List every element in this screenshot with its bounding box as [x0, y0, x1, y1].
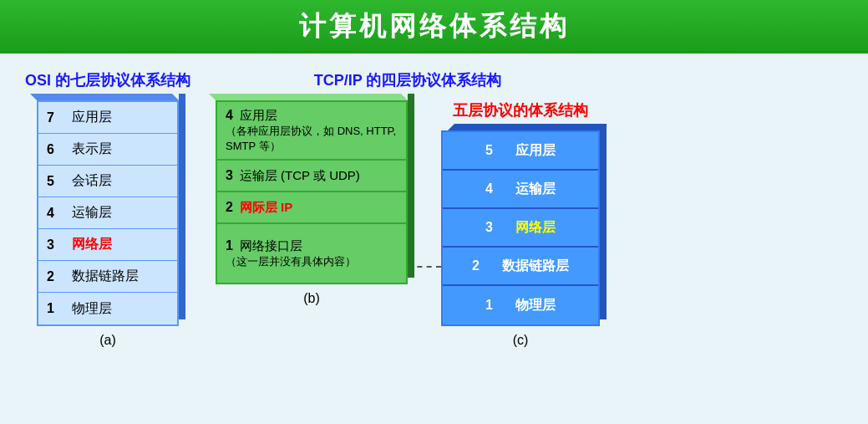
- tcpip-layer-sublabel: （这一层并没有具体内容）: [226, 254, 356, 269]
- osi-layer-label: 运输层: [72, 204, 112, 222]
- fivelayer-diagram: 5应用层4运输层3网络层2数据链路层1物理层: [441, 130, 600, 326]
- five-layer-num: 3: [485, 220, 502, 235]
- five-layer-row: 5应用层: [443, 132, 598, 171]
- five-layer-row: 1物理层: [443, 286, 598, 324]
- tcpip-3d-right-face: [408, 94, 414, 278]
- osi-layer-num: 1: [47, 301, 63, 316]
- five-layer-row: 4运输层: [443, 171, 598, 209]
- tcpip-title: TCP/IP 的四层协议体系结构: [314, 70, 502, 90]
- osi-title: OSI 的七层协议体系结构: [25, 70, 190, 90]
- tcpip-layer-label: 应用层: [240, 108, 277, 124]
- tcpip-layer-num: 1: [226, 238, 233, 253]
- fivelayer-table: 5应用层4运输层3网络层2数据链路层1物理层: [441, 130, 600, 326]
- five-layer-label: 物理层: [515, 297, 556, 314]
- osi-table: 7应用层6表示层5会话层4运输层3网络层2数据链路层1物理层: [37, 100, 179, 326]
- osi-layer-label: 会话层: [72, 172, 112, 190]
- page-title: 计算机网络体系结构: [0, 8, 868, 45]
- tcpip-layer-label: 网络接口层: [240, 238, 302, 254]
- osi-section: OSI 的七层协议体系结构 7应用层6表示层5会话层4运输层3网络层2数据链路层…: [25, 70, 190, 409]
- osi-layer-row: 2数据链路层: [38, 261, 177, 293]
- five-layer-label: 应用层: [515, 142, 556, 160]
- main-content: OSI 的七层协议体系结构 7应用层6表示层5会话层4运输层3网络层2数据链路层…: [0, 54, 868, 424]
- tcpip-layer-row: 1网络接口层（这一层并没有具体内容）: [217, 224, 406, 283]
- osi-layer-num: 6: [47, 142, 63, 157]
- osi-layer-num: 7: [47, 110, 63, 125]
- five-layer-num: 1: [485, 298, 502, 313]
- tcpip-layer-sublabel: （各种应用层协议，如 DNS, HTTP, SMTP 等）: [226, 124, 398, 154]
- osi-caption: (a): [99, 333, 116, 348]
- tcpip-layer-label: 运输层 (TCP 或 UDP): [240, 168, 360, 184]
- tcpip-layer-num: 4: [226, 108, 233, 123]
- osi-3d-right-face: [179, 94, 185, 319]
- osi-layer-row: 5会话层: [38, 166, 177, 197]
- tcpip-3d-top-face: [209, 94, 408, 100]
- five-layer-label: 网络层: [515, 219, 556, 237]
- tcpip-layer-row: 4应用层（各种应用层协议，如 DNS, HTTP, SMTP 等）: [217, 102, 406, 161]
- tcpip-table: 4应用层（各种应用层协议，如 DNS, HTTP, SMTP 等）3运输层 (T…: [216, 100, 408, 284]
- header: 计算机网络体系结构: [0, 0, 868, 54]
- osi-layer-row: 6表示层: [38, 134, 177, 166]
- osi-layer-label: 数据链路层: [72, 268, 139, 285]
- osi-layer-label: 表示层: [72, 140, 112, 158]
- osi-layer-row: 7应用层: [38, 102, 177, 134]
- osi-layer-row: 1物理层: [38, 293, 177, 324]
- five-layer-num: 5: [485, 143, 502, 158]
- osi-layer-num: 5: [47, 174, 63, 189]
- tcpip-diagram-wrapper: 4应用层（各种应用层协议，如 DNS, HTTP, SMTP 等）3运输层 (T…: [216, 100, 408, 306]
- five-layer-row: 3网络层: [443, 209, 598, 248]
- osi-layer-label: 网络层: [72, 236, 112, 253]
- osi-layer-row: 3网络层: [38, 229, 177, 261]
- osi-layer-row: 4运输层: [38, 197, 177, 229]
- five-layer-num: 4: [485, 181, 502, 197]
- five-layer-num: 2: [472, 258, 489, 273]
- fivelayer-section: 五层协议的体系结构 5应用层4运输层3网络层2数据链路层1物理层 (c): [441, 100, 600, 348]
- tcpip-layer-num: 2: [226, 200, 233, 215]
- five-layer-row: 2数据链路层: [443, 248, 598, 286]
- osi-3d-top-face: [30, 94, 179, 100]
- tcpip-caption: (b): [216, 291, 408, 306]
- fivelayer-caption: (c): [513, 333, 529, 348]
- tcpip-layer-num: 3: [226, 168, 233, 183]
- osi-diagram: 7应用层6表示层5会话层4运输层3网络层2数据链路层1物理层: [37, 100, 179, 326]
- osi-layer-num: 4: [47, 206, 63, 221]
- fivelayer-title: 五层协议的体系结构: [453, 100, 588, 120]
- osi-layer-num: 3: [47, 238, 63, 253]
- five-layer-label: 数据链路层: [502, 258, 569, 275]
- bc-container: 4应用层（各种应用层协议，如 DNS, HTTP, SMTP 等）3运输层 (T…: [216, 100, 600, 348]
- five-layer-label: 运输层: [515, 181, 556, 198]
- osi-layer-num: 2: [47, 269, 63, 284]
- tcpip-section: TCP/IP 的四层协议体系结构 4应用层（各种应用层协议，如 DNS, HTT…: [216, 70, 600, 409]
- osi-layer-label: 应用层: [72, 109, 112, 126]
- tcpip-layer-label: 网际层 IP: [240, 200, 292, 216]
- tcpip-layer-row: 2网际层 IP: [217, 192, 406, 224]
- tcpip-layer-row: 3运输层 (TCP 或 UDP): [217, 161, 406, 192]
- osi-layer-label: 物理层: [72, 300, 112, 318]
- tcpip-3d: 4应用层（各种应用层协议，如 DNS, HTTP, SMTP 等）3运输层 (T…: [216, 100, 408, 284]
